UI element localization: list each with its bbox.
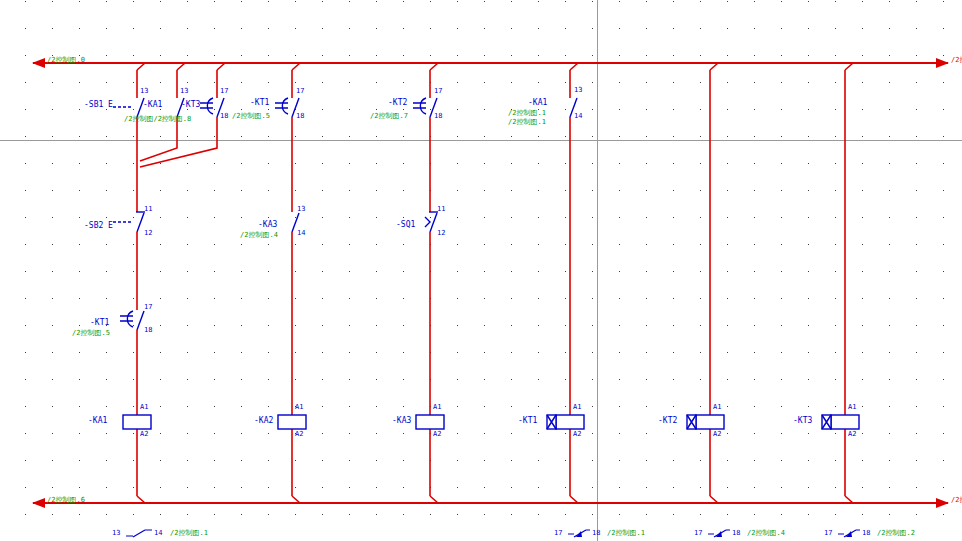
rail-ref-bottom-right[interactable]: /2控 (951, 496, 962, 504)
cross-reference[interactable]: /2控制图.5 (72, 329, 110, 337)
ka2-coil-symbol[interactable] (278, 415, 306, 429)
pin-label: 11 (144, 205, 152, 213)
wiring-layer (0, 0, 962, 541)
mirror-pin-label: 14 (154, 529, 162, 537)
cross-reference[interactable]: /2控制图.1 (508, 118, 546, 126)
pin-label: 13 (297, 205, 305, 213)
no-contact-glyph-icon (126, 530, 152, 537)
arrow-left-icon (32, 58, 45, 68)
pin-label: 17 (220, 87, 228, 95)
device-tag-kt2-contact[interactable]: -KT2 (388, 98, 407, 107)
pin-label: 12 (437, 229, 445, 237)
cross-reference[interactable]: /2控制图.1 (607, 529, 645, 537)
timer-contact-glyph-icon (568, 530, 590, 537)
pin-label: 14 (574, 112, 582, 120)
device-tag-ka1-contact-2[interactable]: -KA1 (528, 98, 547, 107)
device-tag-ka3-contact[interactable]: -KA3 (258, 220, 277, 229)
pin-label: A2 (848, 430, 856, 438)
cross-reference[interactable]: /2控制图.1 (170, 529, 208, 537)
cross-reference[interactable]: /2控制图.2 (877, 529, 915, 537)
cross-reference[interactable]: /2控制图/2控制图.8 (124, 115, 191, 123)
mirror-pin-label: 17 (694, 529, 702, 537)
pin-label: A2 (713, 430, 721, 438)
mirror-pin-label: 17 (554, 529, 562, 537)
pin-label: 13 (574, 86, 582, 94)
sb2-contact-symbol[interactable] (113, 212, 145, 232)
pin-label: A1 (295, 403, 303, 411)
mirror-pin-label: 18 (732, 529, 740, 537)
mirror-pin-label: 18 (862, 529, 870, 537)
pin-label: A1 (573, 403, 581, 411)
cross-reference[interactable]: /2控制图.4 (240, 231, 278, 239)
schematic-canvas: /2控制图.0 /2控 /2控制图.6 /2控 -SB1 E 13 -KA1 1… (0, 0, 962, 541)
arrow-left-icon (32, 498, 45, 508)
pin-label: 13 (180, 87, 188, 95)
pin-label: A1 (848, 403, 856, 411)
rail-arrow-icons (32, 58, 949, 508)
pin-label: 13 (140, 87, 148, 95)
device-tag-sb1[interactable]: -SB1 E (84, 100, 113, 109)
pin-label: 18 (220, 112, 228, 120)
pin-label: A2 (573, 430, 581, 438)
pin-label: A2 (295, 430, 303, 438)
kt2-coil-symbol[interactable] (687, 415, 724, 429)
arrow-right-icon (936, 58, 949, 68)
rail-ref-top-left[interactable]: /2控制图.0 (47, 56, 85, 64)
kt3-coil-symbol[interactable] (822, 415, 859, 429)
rail-ref-top-right[interactable]: /2控 (951, 56, 962, 64)
device-tag-ka1-contact[interactable]: -KA1 (143, 100, 162, 109)
timer-arc-icon (127, 311, 133, 327)
pin-label: 18 (296, 112, 304, 120)
limit-switch-wedge-icon (425, 217, 430, 227)
timer-contact-glyph-icon (838, 530, 860, 537)
device-tag-kt1-coil[interactable]: -KT1 (518, 416, 537, 425)
pin-label: A2 (140, 430, 148, 438)
timer-arc-icon (420, 98, 426, 114)
kt1-coil-symbol[interactable] (547, 415, 584, 429)
device-tag-sq1[interactable]: -SQ1 (396, 220, 415, 229)
cross-reference[interactable]: /2控制图.5 (232, 112, 270, 120)
device-tag-kt3-contact[interactable]: -KT3 (181, 100, 200, 109)
device-tag-kt2-coil[interactable]: -KT2 (658, 416, 677, 425)
device-tag-ka2-coil[interactable]: -KA2 (254, 416, 273, 425)
pin-label: 17 (296, 87, 304, 95)
cross-reference[interactable]: /2控制图.7 (370, 112, 408, 120)
ka3-coil-symbol[interactable] (416, 415, 444, 429)
device-tag-kt1-contact[interactable]: -KT1 (250, 98, 269, 107)
device-tag-sb2[interactable]: -SB2 E (84, 221, 113, 230)
pin-label: 14 (297, 229, 305, 237)
pin-label: 18 (144, 326, 152, 334)
pin-label: 11 (437, 205, 445, 213)
timer-contact-glyph-icon (708, 530, 730, 537)
pin-label: A2 (433, 430, 441, 438)
pin-label: A1 (713, 403, 721, 411)
pin-label: 17 (144, 303, 152, 311)
device-tag-ka3-coil[interactable]: -KA3 (392, 416, 411, 425)
pin-label: A1 (140, 403, 148, 411)
ka1-coil-symbol[interactable] (123, 415, 151, 429)
mirror-pin-label: 18 (592, 529, 600, 537)
pin-label: 18 (434, 112, 442, 120)
cross-reference[interactable]: /2控制图.4 (747, 529, 785, 537)
arrow-right-icon (936, 498, 949, 508)
device-tag-ka1-coil[interactable]: -KA1 (88, 416, 107, 425)
pin-label: 17 (434, 87, 442, 95)
timer-arc-icon (207, 98, 213, 114)
timer-arc-icon (282, 98, 288, 114)
pin-label: 12 (144, 229, 152, 237)
kt1-timer-contact-symbol-2[interactable] (120, 311, 144, 330)
circuit-wires[interactable] (137, 63, 853, 503)
device-tag-kt3-coil[interactable]: -KT3 (793, 416, 812, 425)
cross-reference[interactable]: /2控制图.1 (508, 109, 546, 117)
mirror-pin-label: 13 (112, 529, 120, 537)
rail-ref-bottom-left[interactable]: /2控制图.6 (47, 496, 85, 504)
pin-label: A1 (433, 403, 441, 411)
mirror-pin-label: 17 (824, 529, 832, 537)
device-tag-kt1-contact-2[interactable]: -KT1 (90, 318, 109, 327)
